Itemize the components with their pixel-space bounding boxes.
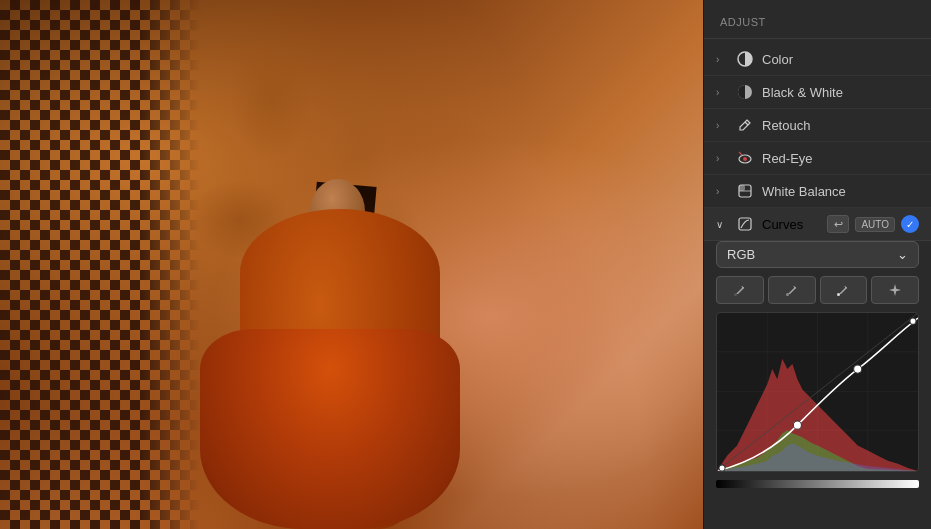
tool-row [716,276,919,304]
channel-dropdown[interactable]: RGB ⌄ [716,241,919,268]
color-label: Color [762,52,919,67]
gray-eyedropper-button[interactable] [768,276,816,304]
svg-point-20 [910,318,916,324]
add-point-button[interactable] [871,276,919,304]
svg-point-3 [743,157,747,161]
svg-point-9 [786,293,789,296]
panel-header: ADJUST [704,0,931,39]
adjust-item-bw[interactable]: › Black & White [704,76,931,109]
chevron-retouch: › [716,120,728,131]
color-icon [736,50,754,68]
svg-rect-7 [739,218,751,230]
curves-icon [736,215,754,233]
redeye-icon [736,149,754,167]
gradient-bar [716,480,919,488]
bw-label: Black & White [762,85,919,100]
curves-svg [717,313,918,471]
adjust-item-curves[interactable]: ∨ Curves ↩ AUTO ✓ [704,208,931,241]
panel-title: ADJUST [720,16,766,28]
svg-point-21 [719,465,725,471]
chevron-color: › [716,54,728,65]
svg-point-19 [854,365,862,373]
black-eyedropper-icon [733,283,747,297]
auto-button[interactable]: AUTO [855,217,895,232]
adjust-item-color[interactable]: › Color [704,43,931,76]
adjust-panel: ADJUST › Color › Black & White [703,0,931,529]
curves-controls: ↩ AUTO ✓ [827,215,919,233]
lattice-window [0,0,200,529]
add-point-icon [888,283,902,297]
wb-icon [736,182,754,200]
person-figure [200,149,480,529]
svg-rect-6 [739,185,745,191]
svg-line-4 [739,152,742,155]
gray-eyedropper-icon [785,283,799,297]
retouch-label: Retouch [762,118,919,133]
chevron-bw: › [716,87,728,98]
svg-point-8 [734,293,737,296]
curves-label: Curves [762,217,827,232]
redeye-label: Red-Eye [762,151,919,166]
adjust-item-wb[interactable]: › White Balance [704,175,931,208]
person-skirt [200,329,460,529]
chevron-redeye: › [716,153,728,164]
svg-point-10 [837,293,840,296]
bw-icon [736,83,754,101]
adjust-item-redeye[interactable]: › Red-Eye [704,142,931,175]
photo-area [0,0,703,529]
confirm-button[interactable]: ✓ [901,215,919,233]
chevron-wb: › [716,186,728,197]
channel-arrow-icon: ⌄ [897,247,908,262]
chevron-curves: ∨ [716,219,728,230]
retouch-icon [736,116,754,134]
undo-button[interactable]: ↩ [827,215,849,233]
channel-label: RGB [727,247,755,262]
white-eyedropper-icon [836,283,850,297]
svg-point-18 [793,421,801,429]
white-eyedropper-button[interactable] [820,276,868,304]
wb-label: White Balance [762,184,919,199]
black-eyedropper-button[interactable] [716,276,764,304]
curves-graph[interactable] [716,312,919,472]
adjust-item-retouch[interactable]: › Retouch [704,109,931,142]
adjust-list: › Color › Black & White › [704,39,931,529]
